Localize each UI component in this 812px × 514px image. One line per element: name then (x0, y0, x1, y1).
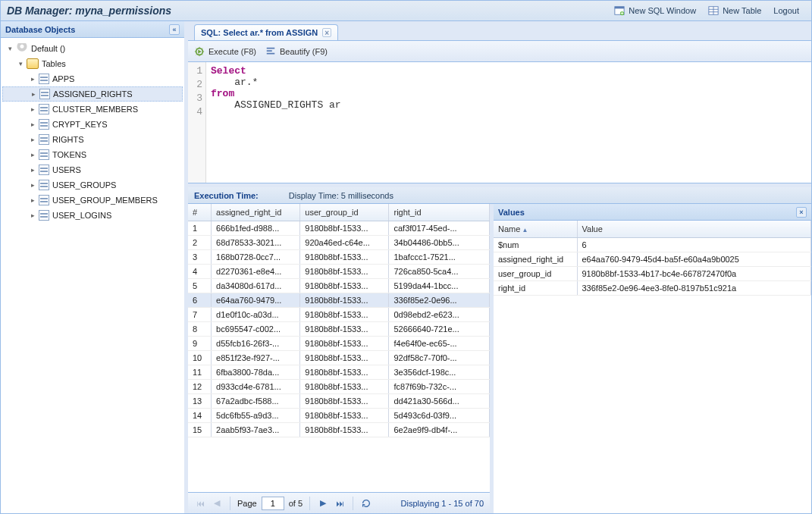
sidebar-header: Database Objects « (1, 21, 184, 38)
values-row[interactable]: $num6 (494, 237, 811, 252)
close-values-button[interactable]: × (796, 207, 807, 218)
code-area[interactable]: Select ar.* from ASSIGNED_RIGHTS ar (206, 62, 346, 183)
result-row[interactable]: 6e64aa760-9479...9180b8bf-1533...336f85e… (188, 293, 490, 307)
tree-table-users[interactable]: ▸USERS (2, 162, 183, 177)
execute-button[interactable]: Execute (F8) (194, 46, 256, 57)
result-row[interactable]: 145dc6fb55-a9d3...9180b8bf-1533...5d493c… (188, 408, 490, 422)
result-row[interactable]: 1666b1fed-d988...9180b8bf-1533...caf3f01… (188, 221, 490, 235)
db-tree: ▾Default () ▾Tables ▸APPS▸ASSIGNED_RIGHT… (1, 38, 184, 513)
beautify-icon (265, 46, 276, 57)
app-title: DB Manager: myna_permissions (7, 5, 171, 17)
tree-table-user_group_members[interactable]: ▸USER_GROUP_MEMBERS (2, 193, 183, 208)
tree-table-user_logins[interactable]: ▸USER_LOGINS (2, 208, 183, 223)
first-page-button[interactable]: ⏮ (194, 497, 206, 509)
values-row[interactable]: user_group_id9180b8bf-1533-4b17-bc4e-667… (494, 266, 811, 281)
svg-rect-1 (615, 7, 624, 9)
tree-root-node[interactable]: ▾Default () (2, 41, 183, 56)
new-table-button[interactable]: New Table (702, 3, 767, 18)
sql-toolbar: Execute (F8) Beautify (F9) (188, 41, 811, 62)
col-right_id[interactable]: right_id (389, 204, 490, 221)
logout-button[interactable]: Logout (767, 4, 805, 17)
values-col-name[interactable]: Name (494, 221, 577, 237)
collapse-sidebar-button[interactable]: « (169, 24, 180, 35)
result-row[interactable]: 1367a2adbc-f588...9180b8bf-1533...dd421a… (188, 393, 490, 408)
gear-run-icon (194, 46, 205, 57)
sidebar: Database Objects « ▾Default () ▾Tables ▸… (1, 21, 188, 513)
result-row[interactable]: 5da34080d-617d...9180b8bf-1533...5199da4… (188, 278, 490, 293)
last-page-button[interactable]: ⏭ (334, 497, 346, 509)
result-row[interactable]: 8bc695547-c002...9180b8bf-1533...5266664… (188, 321, 490, 336)
next-page-button[interactable]: ▶ (317, 497, 329, 509)
beautify-button[interactable]: Beautify (F9) (265, 46, 328, 57)
tree-table-assigned_rights[interactable]: ▸ASSIGNED_RIGHTS (2, 86, 183, 102)
result-row[interactable]: 9d55fcb16-26f3-...9180b8bf-1533...f4e64f… (188, 336, 490, 350)
results-grid: #assigned_right_iduser_group_idright_id … (188, 204, 494, 513)
line-gutter: 1234 (188, 62, 206, 183)
result-row[interactable]: 268d78533-3021...920a46ed-c64e...34b0448… (188, 235, 490, 249)
page-input[interactable] (262, 497, 284, 510)
refresh-icon (361, 498, 372, 509)
col-[interactable]: # (188, 204, 212, 221)
col-user_group_id[interactable]: user_group_id (300, 204, 389, 221)
values-col-value[interactable]: Value (577, 221, 811, 237)
values-panel: Values × Name Value $num6assigned_right_… (494, 204, 811, 513)
values-row[interactable]: right_id336f85e2-0e96-4ee3-8fe0-8197b51c… (494, 281, 811, 295)
sql-editor[interactable]: 1234 Select ar.* from ASSIGNED_RIGHTS ar (188, 62, 811, 183)
result-row[interactable]: 7d1e0f10c-a03d...9180b8bf-1533...0d98ebd… (188, 307, 490, 321)
result-row[interactable]: 12d933cd4e-6781...9180b8bf-1533...fc87f6… (188, 379, 490, 393)
close-tab-button[interactable]: × (322, 28, 331, 37)
result-row[interactable]: 3168b0728-0cc7...9180b8bf-1533...1bafccc… (188, 249, 490, 264)
tree-table-apps[interactable]: ▸APPS (2, 71, 183, 86)
new-sql-window-button[interactable]: New SQL Window (608, 3, 702, 18)
tree-table-crypt_keys[interactable]: ▸CRYPT_KEYS (2, 117, 183, 132)
execution-status: Execution Time: Display Time: 5 millisec… (188, 187, 811, 204)
refresh-button[interactable] (360, 497, 372, 509)
pager: ⏮ ◀ Page of 5 ▶ ⏭ Displaying 1 - 15 (188, 492, 490, 513)
sql-tab[interactable]: SQL: Select ar.* from ASSIGN × (194, 24, 338, 40)
tree-table-rights[interactable]: ▸RIGHTS (2, 132, 183, 147)
sql-window-icon (614, 5, 625, 16)
prev-page-button[interactable]: ◀ (211, 497, 223, 509)
col-assigned_right_id[interactable]: assigned_right_id (212, 204, 300, 221)
top-toolbar: DB Manager: myna_permissions New SQL Win… (1, 1, 811, 21)
result-row[interactable]: 4d2270361-e8e4...9180b8bf-1533...726ca85… (188, 264, 490, 278)
display-range: Displaying 1 - 15 of 70 (401, 499, 484, 508)
tree-table-user_groups[interactable]: ▸USER_GROUPS (2, 177, 183, 193)
tree-table-cluster_members[interactable]: ▸CLUSTER_MEMBERS (2, 102, 183, 117)
result-row[interactable]: 116fba3800-78da...9180b8bf-1533...3e356d… (188, 365, 490, 379)
tree-tables-node[interactable]: ▾Tables (2, 56, 183, 71)
table-icon (708, 5, 719, 16)
tree-table-tokens[interactable]: ▸TOKENS (2, 147, 183, 162)
result-row[interactable]: 152aab5f93-7ae3...9180b8bf-1533...6e2ae9… (188, 422, 490, 437)
values-row[interactable]: assigned_right_ide64aa760-9479-45d4-ba5f… (494, 252, 811, 266)
result-row[interactable]: 10e851f23e-f927-...9180b8bf-1533...92df5… (188, 350, 490, 365)
tabstrip: SQL: Select ar.* from ASSIGN × (188, 21, 811, 41)
